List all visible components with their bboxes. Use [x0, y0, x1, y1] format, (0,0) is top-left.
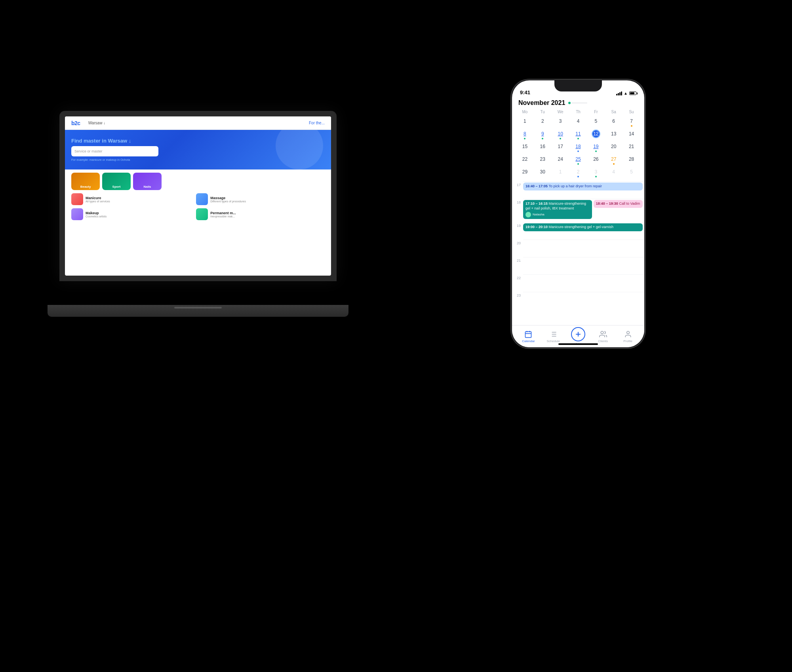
tab-clients[interactable]: Clients	[590, 330, 615, 343]
phone-body: 9:41 ▲ November 2021	[511, 79, 645, 348]
cal-15[interactable]: 15	[516, 140, 534, 153]
schedule-area: 17 16:40 – 17:05 To pick up a hair dryer…	[512, 178, 644, 325]
schedule-row-17: 17 16:40 – 17:05 To pick up a hair dryer…	[512, 181, 644, 198]
service-permanent-img	[196, 208, 208, 220]
cal-6[interactable]: 6	[605, 115, 623, 128]
tab-bar: Calendar Schedule	[512, 325, 644, 347]
cal-18[interactable]: 18	[569, 140, 587, 153]
web-logo: b2c	[71, 120, 80, 126]
category-beauty[interactable]: Beauty	[71, 173, 100, 190]
cal-24[interactable]: 24	[552, 153, 569, 166]
hero-content: Find master in Warsaw ↓ Service or maste…	[71, 138, 158, 162]
cal-3[interactable]: 3	[552, 115, 569, 128]
schedule-tab-icon	[549, 330, 558, 339]
cal-16[interactable]: 16	[534, 140, 552, 153]
tab-schedule[interactable]: Schedule	[541, 330, 566, 343]
cal-17[interactable]: 17	[552, 140, 569, 153]
search-box[interactable]: Service or master	[71, 146, 158, 156]
cal-1[interactable]: 1	[516, 115, 534, 128]
day-label-tu: Tu	[534, 109, 552, 115]
cal-7[interactable]: 7	[623, 115, 640, 128]
svg-rect-0	[525, 331, 531, 337]
cal-14[interactable]: 14	[623, 128, 640, 140]
cal-27[interactable]: 27	[605, 153, 623, 166]
schedule-line-17: 16:40 – 17:05 To pick up a hair dryer fr…	[523, 181, 644, 192]
day-label-fr: Fr	[587, 109, 605, 115]
cal-25[interactable]: 25	[569, 153, 587, 166]
cal-30[interactable]: 30	[534, 166, 552, 178]
cal-21[interactable]: 21	[623, 140, 640, 153]
hour-18: 18	[512, 199, 523, 204]
status-time: 9:41	[520, 89, 530, 95]
cal-next-2[interactable]: 2	[569, 166, 587, 178]
service-massage-text: Massage Different types of procedures	[210, 196, 246, 203]
cal-23[interactable]: 23	[534, 153, 552, 166]
calendar-days-header: Mo Tu We Th Fr Sa Su	[512, 109, 644, 115]
service-makeup[interactable]: Makeup Cosmetics artists	[71, 208, 193, 220]
cal-10[interactable]: 10	[552, 128, 569, 140]
calendar-tab-icon	[524, 330, 533, 339]
web-categories: Beauty Sport Nails	[65, 169, 331, 193]
hero-blob	[276, 130, 323, 169]
cal-29[interactable]: 29	[516, 166, 534, 178]
event-call-vadim[interactable]: 18:40 – 19:30 Call to Vadim	[594, 200, 643, 208]
cal-22[interactable]: 22	[516, 153, 534, 166]
web-location[interactable]: Warsaw ↓	[88, 121, 106, 125]
service-manicure-text: Manicure All types of services	[86, 196, 110, 203]
service-massage-img	[196, 193, 208, 205]
tab-schedule-label: Schedule	[547, 339, 560, 343]
event-manicure-2[interactable]: 19:00 – 20:10 Manicure-strengthening gel…	[523, 223, 643, 231]
calendar-dot-indicator	[568, 102, 587, 104]
svg-point-12	[601, 331, 604, 334]
cal-9[interactable]: 9	[534, 128, 552, 140]
phone: 9:41 ▲ November 2021	[511, 79, 645, 348]
cal-next-1[interactable]: 1	[552, 166, 569, 178]
cal-next-5[interactable]: 5	[623, 166, 640, 178]
tab-profile[interactable]: Profile	[615, 330, 640, 343]
cal-4[interactable]: 4	[569, 115, 587, 128]
schedule-row-20: 20	[512, 239, 644, 256]
service-permanent[interactable]: Permanent m... Inexpressible mak...	[196, 208, 318, 220]
cal-11[interactable]: 11	[569, 128, 587, 140]
clients-tab-icon	[599, 330, 607, 339]
category-beauty-label: Beauty	[71, 185, 100, 188]
service-makeup-text: Makeup Cosmetics artists	[86, 211, 107, 218]
cal-12-today[interactable]: 12	[587, 128, 605, 140]
calendar-month-title: November 2021	[518, 99, 565, 107]
hour-22: 22	[512, 274, 523, 280]
battery-icon	[629, 91, 636, 95]
schedule-line-22	[523, 274, 644, 276]
cal-28[interactable]: 28	[623, 153, 640, 166]
category-sport-label: Sport	[102, 185, 131, 188]
service-manicure[interactable]: Manicure All types of services	[71, 193, 193, 205]
cal-26[interactable]: 26	[587, 153, 605, 166]
cal-19[interactable]: 19	[587, 140, 605, 153]
cal-13[interactable]: 13	[605, 128, 623, 140]
tab-add[interactable]: Add	[566, 327, 591, 346]
svg-point-13	[626, 331, 629, 334]
event-hairdryer[interactable]: 16:40 – 17:05 To pick up a hair dryer fr…	[523, 183, 643, 190]
laptop-screen-inner: b2c Warsaw ↓ For the... Find master in W…	[65, 116, 331, 276]
calendar-grid: 1 2 3 4 5 6 7 8 9 10 11 12 13 14 15 16 1…	[512, 115, 644, 178]
schedule-line-19: 19:00 – 20:10 Manicure-strengthening gel…	[523, 222, 644, 233]
cal-next-4[interactable]: 4	[605, 166, 623, 178]
schedule-line-20	[523, 240, 644, 242]
cal-5[interactable]: 5	[587, 115, 605, 128]
schedule-row-21: 21	[512, 256, 644, 274]
category-nails[interactable]: Nails	[133, 173, 162, 190]
hour-20: 20	[512, 240, 523, 245]
event-manicure-1[interactable]: 17:10 – 16:15 Manicure-strengthening gel…	[523, 200, 592, 219]
service-massage[interactable]: Massage Different types of procedures	[196, 193, 318, 205]
tab-profile-label: Profile	[623, 339, 632, 343]
web-for-masters[interactable]: For the...	[309, 121, 325, 125]
cal-next-3[interactable]: 3	[587, 166, 605, 178]
category-sport[interactable]: Sport	[102, 173, 131, 190]
hour-23: 23	[512, 292, 523, 297]
cal-20[interactable]: 20	[605, 140, 623, 153]
wifi-icon: ▲	[624, 91, 628, 95]
web-services: Manicure All types of services Massage D…	[65, 193, 331, 220]
profile-tab-icon	[624, 330, 632, 339]
tab-calendar[interactable]: Calendar	[516, 330, 541, 343]
cal-8[interactable]: 8	[516, 128, 534, 140]
cal-2[interactable]: 2	[534, 115, 552, 128]
